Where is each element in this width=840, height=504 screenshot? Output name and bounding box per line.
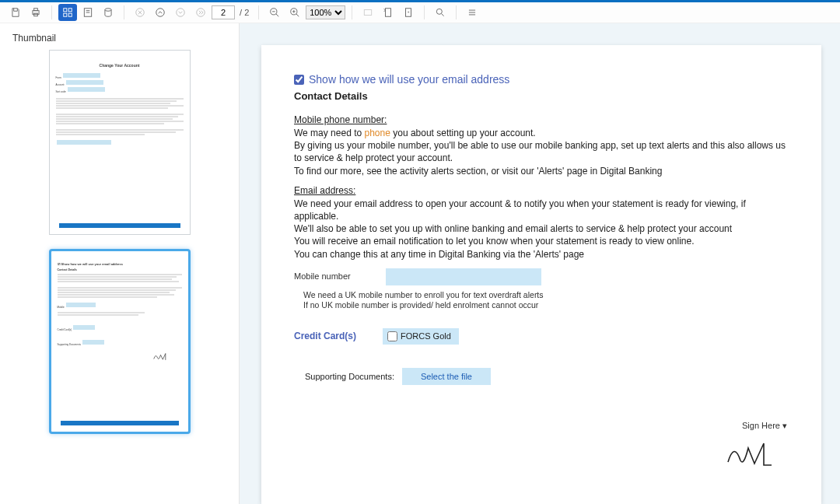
show-email-checkbox[interactable] bbox=[294, 75, 304, 85]
separator bbox=[424, 5, 425, 19]
forcs-gold-checkbox[interactable] bbox=[387, 331, 397, 341]
credit-card-row: Credit Card(s) FORCS Gold bbox=[294, 328, 789, 345]
page-total: / 2 bbox=[240, 8, 249, 17]
thumbnail-page-1[interactable]: Change Your Account From: Account: Sort … bbox=[49, 50, 191, 235]
svg-rect-25 bbox=[386, 9, 391, 17]
show-email-label: Show how we will use your email address bbox=[309, 73, 509, 86]
svg-rect-6 bbox=[68, 13, 72, 16]
fit-page-icon[interactable] bbox=[379, 4, 397, 21]
email-text: We need your email address to open your … bbox=[294, 198, 789, 261]
outline-panel-icon[interactable] bbox=[79, 4, 97, 21]
svg-line-18 bbox=[276, 14, 279, 17]
search-icon[interactable] bbox=[431, 4, 450, 21]
first-page-icon[interactable] bbox=[131, 4, 149, 21]
email-heading: Email address: bbox=[294, 185, 789, 196]
separator bbox=[456, 5, 457, 19]
svg-line-21 bbox=[296, 14, 299, 17]
save-icon[interactable] bbox=[6, 4, 25, 21]
separator bbox=[51, 5, 52, 19]
menu-icon[interactable] bbox=[463, 4, 481, 21]
last-page-icon[interactable] bbox=[191, 4, 210, 21]
svg-rect-3 bbox=[64, 9, 67, 12]
zoom-select[interactable]: 100% bbox=[306, 5, 345, 19]
contact-details-heading: Contact Details bbox=[294, 90, 789, 102]
thumbnail-panel-icon[interactable] bbox=[58, 4, 77, 21]
supporting-docs-row: Supporting Documents: Select the file bbox=[294, 368, 789, 385]
mobile-number-input[interactable] bbox=[386, 268, 541, 285]
svg-rect-4 bbox=[68, 9, 72, 12]
forcs-gold-option[interactable]: FORCS Gold bbox=[383, 328, 459, 345]
zoom-out-icon[interactable] bbox=[265, 4, 284, 21]
mobile-number-row: Mobile number bbox=[294, 268, 789, 285]
svg-line-29 bbox=[442, 14, 444, 16]
thumbnail-sidebar: Thumbnail Change Your Account From: Acco… bbox=[0, 23, 240, 504]
signature-area: Sign Here ▾ bbox=[725, 421, 787, 470]
svg-point-28 bbox=[437, 9, 443, 14]
zoom-in-icon[interactable] bbox=[285, 4, 304, 21]
svg-point-10 bbox=[105, 9, 111, 12]
document-viewer[interactable]: Show how we will use your email address … bbox=[240, 23, 840, 504]
toolbar: / 2 100% + bbox=[0, 0, 840, 23]
mobile-phone-heading: Mobile phone number: bbox=[294, 114, 789, 125]
page-input[interactable] bbox=[212, 5, 235, 19]
separator bbox=[258, 5, 259, 19]
mobile-note: We need a UK mobile number to enroll you… bbox=[303, 290, 789, 311]
print-icon[interactable] bbox=[26, 4, 45, 21]
supporting-docs-label: Supporting Documents: bbox=[305, 372, 394, 381]
credit-card-label: Credit Card(s) bbox=[294, 331, 356, 341]
mobile-number-label: Mobile number bbox=[294, 268, 372, 281]
sidebar-title: Thumbnail bbox=[12, 33, 226, 44]
svg-point-14 bbox=[156, 9, 165, 17]
select-file-button[interactable]: Select the file bbox=[402, 368, 491, 385]
next-page-icon[interactable] bbox=[171, 4, 190, 21]
rotate-icon[interactable]: + bbox=[399, 4, 418, 21]
svg-rect-1 bbox=[34, 9, 38, 11]
prev-page-icon[interactable] bbox=[151, 4, 170, 21]
mobile-text: We may need to phone you about setting u… bbox=[294, 127, 789, 177]
svg-point-15 bbox=[177, 9, 185, 17]
separator bbox=[124, 5, 124, 19]
svg-rect-5 bbox=[64, 13, 67, 16]
svg-text:+: + bbox=[408, 10, 410, 14]
page-2: Show how we will use your email address … bbox=[261, 45, 821, 504]
svg-rect-2 bbox=[34, 13, 38, 16]
separator bbox=[352, 5, 352, 19]
fit-width-icon[interactable] bbox=[359, 4, 377, 21]
data-panel-icon[interactable] bbox=[99, 4, 117, 21]
svg-rect-24 bbox=[365, 10, 372, 16]
sign-here-label[interactable]: Sign Here ▾ bbox=[725, 421, 787, 431]
thumbnail-page-2[interactable]: ☑ Show how we will use your email addres… bbox=[49, 249, 191, 434]
show-email-checkbox-row: Show how we will use your email address bbox=[294, 73, 789, 86]
signature-icon bbox=[725, 437, 787, 468]
